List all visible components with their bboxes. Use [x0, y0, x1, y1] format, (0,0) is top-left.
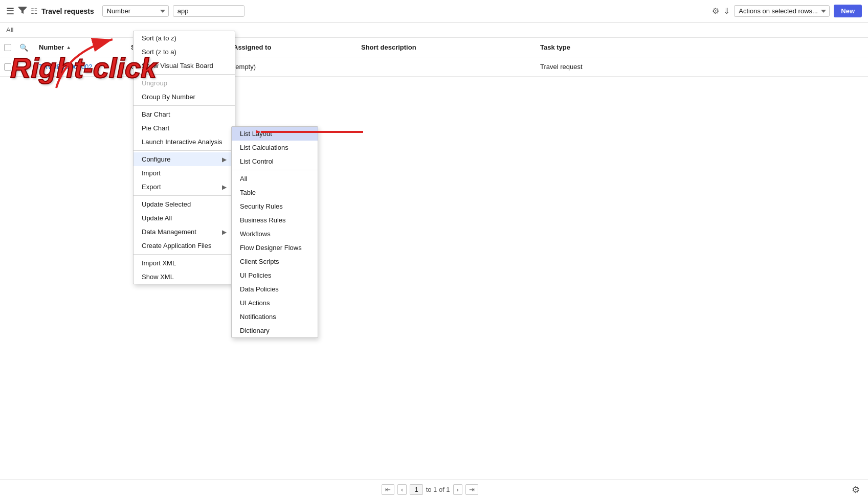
configure-arrow-icon: ▶ — [222, 156, 227, 163]
hamburger-icon[interactable]: ☰ — [6, 6, 14, 17]
table-row: TRVREQ0001002 Closed Complete (empty) Tr… — [0, 57, 868, 77]
menu-update-all[interactable]: Update All — [133, 211, 235, 225]
submenu-list-layout[interactable]: List Layout — [232, 127, 318, 141]
menu-divider-1 — [133, 74, 235, 75]
menu-import[interactable]: Import — [133, 166, 235, 180]
submenu-all[interactable]: All — [232, 172, 318, 186]
cell-number: TRVREQ0001002 — [35, 63, 127, 71]
configure-submenu: List Layout List Calculations List Contr… — [231, 126, 318, 338]
menu-interactive-analysis[interactable]: Launch Interactive Analysis — [133, 135, 235, 149]
submenu-table[interactable]: Table — [232, 186, 318, 199]
filter-field-select[interactable]: Number State Assigned to Short descripti… — [102, 5, 169, 17]
col-header-short-desc[interactable]: Short description — [357, 43, 536, 51]
menu-show-xml[interactable]: Show XML — [133, 270, 235, 284]
chat-icon[interactable]: ☷ — [31, 7, 37, 16]
top-bar-left: ☰ ☷ Travel requests Number State Assigne… — [6, 5, 708, 17]
submenu-flow-designer[interactable]: Flow Designer Flows — [232, 241, 318, 255]
menu-configure[interactable]: Configure ▶ — [133, 152, 235, 166]
sort-arrow-number: ▲ — [66, 44, 71, 50]
submenu-list-control[interactable]: List Control — [232, 154, 318, 168]
filter-icon[interactable] — [18, 7, 27, 15]
configure-submenu-divider — [232, 170, 318, 170]
current-page[interactable]: 1 — [410, 484, 422, 495]
menu-update-selected[interactable]: Update Selected — [133, 197, 235, 211]
top-bar-right: ⚙ ⇓ Actions on selected rows... New — [712, 5, 862, 17]
menu-ungroup: Ungroup — [133, 76, 235, 90]
menu-divider-3 — [133, 150, 235, 151]
submenu-ui-actions[interactable]: UI Actions — [232, 296, 318, 310]
data-management-arrow-icon: ▶ — [222, 229, 227, 236]
submenu-dictionary[interactable]: Dictionary — [232, 324, 318, 337]
menu-bar-chart[interactable]: Bar Chart — [133, 107, 235, 121]
col-header-number[interactable]: Number ▲ — [35, 43, 127, 51]
table-header: 🔍 Number ▲ State Assigned to Short descr… — [0, 38, 868, 57]
menu-sort-az[interactable]: Sort (a to z) — [133, 31, 235, 45]
submenu-security-rules[interactable]: Security Rules — [232, 199, 318, 213]
col-header-task-type[interactable]: Task type — [536, 43, 864, 51]
prev-page-button[interactable]: ‹ — [397, 484, 407, 495]
row-checkbox[interactable] — [4, 63, 19, 71]
menu-divider-4 — [133, 195, 235, 196]
context-menu: Sort (a to z) Sort (z to a) Show Visual … — [133, 31, 235, 284]
menu-pie-chart[interactable]: Pie Chart — [133, 121, 235, 135]
new-button[interactable]: New — [834, 5, 862, 17]
first-page-button[interactable]: ⇤ — [382, 484, 394, 495]
col-header-assigned[interactable]: Assigned to — [229, 43, 357, 51]
submenu-ui-policies[interactable]: UI Policies — [232, 268, 318, 282]
submenu-workflows[interactable]: Workflows — [232, 227, 318, 241]
pagination-right: ⚙ — [852, 484, 860, 495]
pagination-center: ⇤ ‹ 1 to 1 of 1 › ⇥ — [382, 484, 478, 495]
top-bar: ☰ ☷ Travel requests Number State Assigne… — [0, 0, 868, 22]
menu-group-by-number[interactable]: Group By Number — [133, 90, 235, 104]
gear-icon[interactable]: ⚙ — [712, 6, 719, 16]
actions-select[interactable]: Actions on selected rows... — [734, 5, 830, 17]
pagination: ⇤ ‹ 1 to 1 of 1 › ⇥ ⚙ — [0, 480, 868, 499]
submenu-list-calculations[interactable]: List Calculations — [232, 141, 318, 154]
menu-divider-5 — [133, 254, 235, 255]
pagination-settings-icon[interactable]: ⚙ — [852, 485, 860, 495]
page-title: Travel requests — [41, 7, 94, 15]
menu-export[interactable]: Export ▶ — [133, 180, 235, 194]
sub-bar: All — [0, 22, 868, 38]
cell-task-type: Travel request — [536, 63, 864, 71]
menu-visual-task-board[interactable]: Show Visual Task Board — [133, 59, 235, 73]
header-checkbox[interactable] — [4, 44, 19, 51]
number-link[interactable]: TRVREQ0001002 — [39, 63, 93, 71]
last-page-button[interactable]: ⇥ — [465, 484, 478, 495]
menu-divider-2 — [133, 105, 235, 106]
cell-assigned: (empty) — [229, 63, 357, 71]
menu-create-app-files[interactable]: Create Application Files — [133, 239, 235, 253]
filter-input[interactable] — [173, 5, 244, 17]
export-arrow-icon: ▶ — [222, 184, 227, 191]
menu-import-xml[interactable]: Import XML — [133, 256, 235, 270]
submenu-business-rules[interactable]: Business Rules — [232, 213, 318, 227]
menu-data-management[interactable]: Data Management ▶ — [133, 225, 235, 239]
all-label: All — [6, 26, 13, 34]
download-icon[interactable]: ⇓ — [723, 6, 730, 16]
submenu-data-policies[interactable]: Data Policies — [232, 282, 318, 296]
submenu-notifications[interactable]: Notifications — [232, 310, 318, 324]
header-search[interactable]: 🔍 — [19, 43, 35, 52]
next-page-button[interactable]: › — [453, 484, 462, 495]
pagination-label: to 1 of 1 — [426, 486, 450, 493]
submenu-client-scripts[interactable]: Client Scripts — [232, 255, 318, 268]
menu-sort-za[interactable]: Sort (z to a) — [133, 45, 235, 59]
